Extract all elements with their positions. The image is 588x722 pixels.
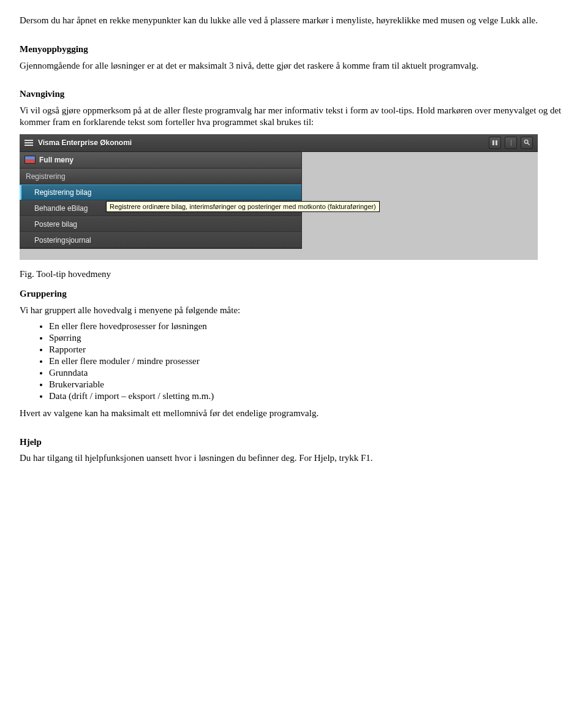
list-item: Rapporter xyxy=(49,344,568,355)
menu-panel: Full meny Registrering Registrering bila… xyxy=(20,152,302,249)
bullet-list: En eller flere hovedprosesser for løsnin… xyxy=(20,321,568,401)
menu-item-label: Registrering xyxy=(26,172,66,181)
search-icon[interactable] xyxy=(521,137,533,149)
heading-gruppering: Gruppering xyxy=(20,288,568,300)
paragraph: Gjennomgående for alle løsninger er at d… xyxy=(20,60,568,72)
heading-navngiving: Navngiving xyxy=(20,88,568,100)
menu-item-behandle-ebilag[interactable]: Behandle eBilag Registrere ordinære bila… xyxy=(20,200,301,216)
hamburger-icon[interactable] xyxy=(24,139,33,147)
list-item: En eller flere hovedprosesser for løsnin… xyxy=(49,321,568,332)
titlebar-columns-icon[interactable] xyxy=(489,137,501,149)
paragraph: Du har tilgang til hjelpfunksjonen uanse… xyxy=(20,452,568,464)
list-item: Grunndata xyxy=(49,368,568,378)
heading-menyoppbygging: Menyoppbygging xyxy=(20,44,568,55)
menu-item-label: Posteringsjournal xyxy=(34,236,91,245)
heading-hjelp: Hjelp xyxy=(20,436,568,448)
menu-item-postere-bilag[interactable]: Postere bilag xyxy=(20,216,301,232)
paragraph: Vi vil også gjøre oppmerksom på at de al… xyxy=(20,105,568,128)
titlebar-divider-icon[interactable] xyxy=(505,137,517,149)
list-item: Spørring xyxy=(49,333,568,343)
menu-item-registrering-bilag[interactable]: Registrering bilag xyxy=(20,184,301,200)
menu-item-label: Postere bilag xyxy=(34,220,77,229)
menu-item-registrering[interactable]: Registrering xyxy=(20,169,301,184)
menu-item-label: Registrering bilag xyxy=(34,188,91,197)
tooltip: Registrere ordinære bilag, interimsførin… xyxy=(106,201,380,212)
list-item: Data (drift / import – eksport / slettin… xyxy=(49,391,568,401)
app-window: Visma Enterprise Økonomi Full meny Regis… xyxy=(20,134,538,260)
paragraph: Hvert av valgene kan ha maksimalt ett me… xyxy=(20,408,568,419)
svg-point-0 xyxy=(524,140,528,143)
list-item: En eller flere moduler / mindre prosesse… xyxy=(49,356,568,367)
menu-item-posteringsjournal[interactable]: Posteringsjournal xyxy=(20,232,301,248)
paragraph: Dersom du har åpnet en rekke menypunkter… xyxy=(20,15,568,26)
menu-item-label: Behandle eBilag xyxy=(34,204,88,213)
figure-caption: Fig. Tool-tip hovedmeny xyxy=(20,268,568,280)
flag-icon xyxy=(24,156,36,164)
menu-full-meny[interactable]: Full meny xyxy=(20,152,301,169)
svg-line-1 xyxy=(527,143,529,145)
app-titlebar: Visma Enterprise Økonomi xyxy=(20,134,538,152)
list-item: Brukervariable xyxy=(49,379,568,390)
app-title: Visma Enterprise Økonomi xyxy=(38,139,489,147)
paragraph: Vi har gruppert alle hovedvalg i menyene… xyxy=(20,305,568,316)
menu-full-meny-label: Full meny xyxy=(39,156,74,164)
